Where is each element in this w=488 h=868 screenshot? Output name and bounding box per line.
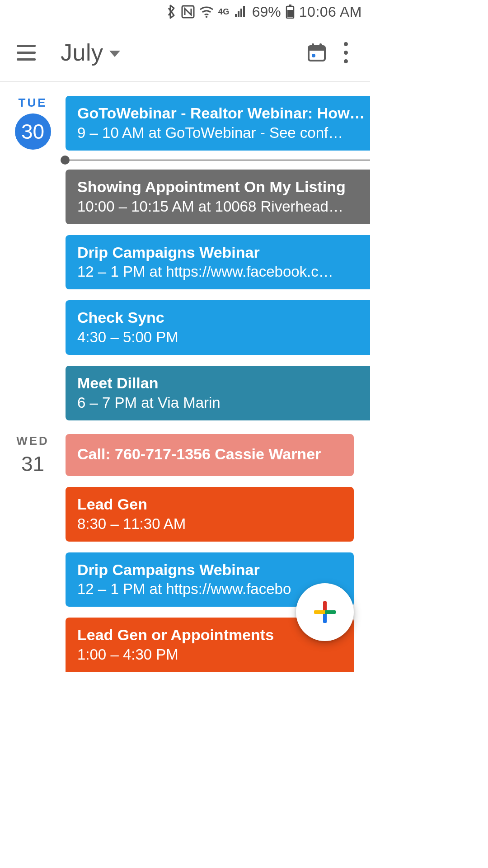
day-of-week: WED — [0, 434, 66, 448]
status-bar: 4G 69% 10:06 AM — [0, 0, 370, 24]
chevron-down-icon — [109, 51, 120, 57]
event-subtitle: 12 – 1 PM at https://www.facebook.c… — [77, 263, 365, 280]
menu-button[interactable] — [12, 38, 41, 67]
svg-rect-4 — [289, 5, 291, 6]
event-title: Call: 760-717-1356 Cassie Warner — [77, 445, 342, 463]
month-dropdown[interactable]: July — [61, 39, 120, 66]
overflow-menu-button[interactable] — [331, 38, 360, 67]
event-card[interactable]: GoToWebinar - Realtor Webinar: How…9 – 1… — [66, 96, 370, 151]
status-time: 10:06 AM — [299, 4, 362, 20]
event-title: Meet Dillan — [77, 374, 365, 392]
event-title: Showing Appointment On My Listing — [77, 178, 365, 196]
event-card[interactable]: Drip Campaigns Webinar12 – 1 PM at https… — [66, 235, 370, 290]
event-card[interactable]: Meet Dillan6 – 7 PM at Via Marin — [66, 366, 370, 420]
event-card[interactable]: Check Sync4:30 – 5:00 PM — [66, 300, 370, 355]
svg-rect-8 — [319, 43, 322, 48]
bluetooth-icon — [166, 4, 177, 19]
create-event-fab[interactable] — [296, 583, 354, 641]
now-indicator — [65, 160, 370, 160]
battery-percent: 69% — [252, 4, 281, 20]
day-number: 31 — [0, 452, 66, 476]
network-type-label: 4G — [218, 7, 230, 17]
event-subtitle: 6 – 7 PM at Via Marin — [77, 394, 365, 411]
event-title: Check Sync — [77, 308, 365, 327]
today-button[interactable] — [302, 38, 331, 67]
cellular-signal-icon — [234, 6, 248, 18]
event-subtitle: 9 – 10 AM at GoToWebinar - See conf… — [77, 124, 365, 142]
svg-rect-7 — [312, 43, 314, 48]
wifi-icon — [199, 6, 214, 18]
svg-point-9 — [312, 54, 315, 57]
svg-point-1 — [206, 16, 207, 18]
event-subtitle: 4:30 – 5:00 PM — [77, 329, 365, 346]
event-title: Drip Campaigns Webinar — [77, 561, 342, 579]
agenda-list[interactable]: TUE30GoToWebinar - Realtor Webinar: How…… — [0, 82, 370, 672]
plus-icon — [314, 601, 336, 623]
svg-rect-3 — [287, 10, 293, 17]
event-subtitle: 1:00 – 4:30 PM — [77, 646, 342, 663]
day-header: WED31 — [0, 434, 66, 672]
svg-rect-6 — [309, 46, 325, 51]
day-of-week: TUE — [0, 96, 66, 110]
event-card[interactable]: Lead Gen8:30 – 11:30 AM — [66, 487, 354, 542]
event-card[interactable]: Call: 760-717-1356 Cassie Warner — [66, 434, 354, 476]
event-subtitle: 8:30 – 11:30 AM — [77, 515, 342, 533]
event-title: Lead Gen — [77, 495, 342, 514]
battery-icon — [286, 5, 295, 19]
event-subtitle: 10:00 – 10:15 AM at 10068 Riverhead… — [77, 198, 365, 215]
month-label: July — [61, 39, 103, 66]
event-card[interactable]: Showing Appointment On My Listing10:00 –… — [66, 170, 370, 224]
app-bar: July — [0, 24, 370, 82]
nfc-icon — [181, 5, 195, 19]
events-col: GoToWebinar - Realtor Webinar: How…9 – 1… — [66, 96, 370, 420]
day-header: TUE30 — [0, 96, 66, 420]
day-block: TUE30GoToWebinar - Realtor Webinar: How…… — [0, 82, 370, 420]
day-number: 30 — [15, 113, 51, 150]
event-title: GoToWebinar - Realtor Webinar: How… — [77, 104, 365, 123]
event-title: Drip Campaigns Webinar — [77, 243, 365, 262]
